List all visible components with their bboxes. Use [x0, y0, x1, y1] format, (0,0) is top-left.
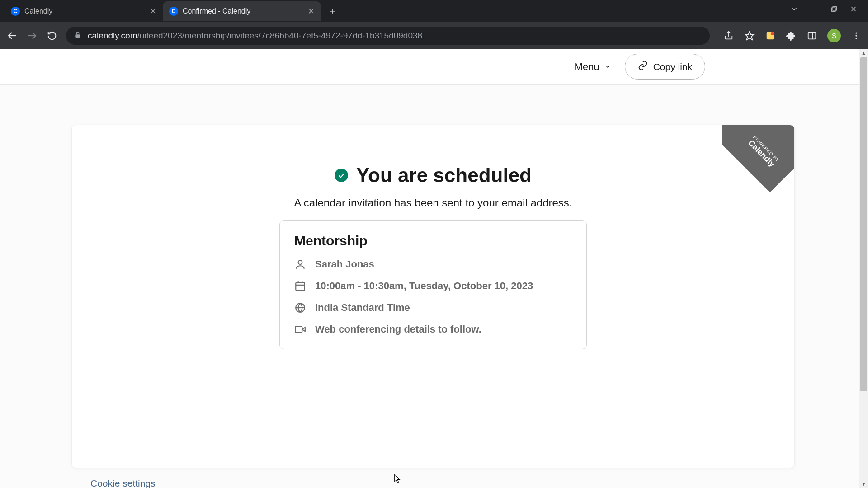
person-icon: [294, 258, 306, 270]
url-path: /uifeed2023/mentorship/invitees/7c86bb40…: [137, 31, 422, 40]
svg-rect-1: [833, 7, 836, 10]
copy-link-label: Copy link: [653, 61, 692, 72]
event-details: Mentorship Sarah Jonas 10:00am - 10:30am…: [279, 220, 587, 349]
window-controls: [779, 0, 868, 18]
copy-link-button[interactable]: Copy link: [625, 54, 705, 80]
check-circle-icon: [335, 169, 348, 182]
toolbar-actions: S: [718, 29, 862, 42]
page-viewport: Menu Copy link POWERED BY Calendly: [0, 49, 868, 488]
tab-strip: C Calendly ✕ C Confirmed - Calendly ✕ +: [0, 0, 340, 22]
calendly-favicon-icon: C: [11, 7, 20, 16]
scroll-up-icon[interactable]: ▲: [859, 49, 868, 57]
close-window-icon[interactable]: [850, 5, 857, 13]
datetime-text: 10:00am - 10:30am, Tuesday, October 10, …: [315, 280, 533, 292]
timezone-text: India Standard Time: [315, 302, 410, 314]
close-tab-icon[interactable]: ✕: [150, 6, 156, 16]
headline-row: You are scheduled: [72, 164, 794, 187]
link-icon: [638, 61, 648, 73]
subline-text: A calendar invitation has been sent to y…: [72, 197, 794, 209]
address-bar[interactable]: calendly.com/uifeed2023/mentorship/invit…: [66, 27, 710, 45]
host-name: Sarah Jonas: [315, 258, 374, 270]
new-tab-button[interactable]: +: [325, 4, 340, 19]
menu-button[interactable]: Menu: [575, 61, 611, 73]
kebab-menu-icon[interactable]: [851, 30, 862, 41]
reload-button[interactable]: [46, 30, 58, 42]
badge-big-text: Calendly: [734, 127, 788, 181]
avatar-letter: S: [832, 32, 836, 39]
lock-icon: [74, 31, 81, 41]
cookie-settings-link[interactable]: Cookie settings: [90, 478, 156, 488]
extensions-icon[interactable]: [786, 30, 797, 41]
browser-toolbar: calendly.com/uifeed2023/mentorship/invit…: [0, 22, 868, 49]
bookmark-star-icon[interactable]: [744, 30, 755, 41]
svg-rect-2: [832, 8, 835, 11]
event-title: Mentorship: [294, 233, 572, 249]
chevron-down-icon: [604, 61, 611, 73]
datetime-row: 10:00am - 10:30am, Tuesday, October 10, …: [294, 280, 572, 292]
calendly-favicon-icon: C: [169, 7, 178, 16]
tab-title: Confirmed - Calendly: [183, 7, 303, 15]
scrollbar-thumb[interactable]: [860, 57, 867, 391]
browser-titlebar: C Calendly ✕ C Confirmed - Calendly ✕ +: [0, 0, 868, 22]
svg-rect-18: [296, 282, 305, 290]
share-icon[interactable]: [723, 30, 734, 41]
back-button[interactable]: [6, 30, 18, 42]
mouse-cursor-icon: [394, 474, 401, 483]
svg-rect-7: [75, 34, 80, 38]
sidepanel-icon[interactable]: [807, 30, 817, 41]
close-tab-icon[interactable]: ✕: [308, 6, 315, 16]
svg-marker-9: [745, 31, 754, 39]
minimize-icon[interactable]: [811, 5, 818, 13]
svg-point-11: [771, 32, 774, 35]
svg-point-17: [298, 260, 302, 264]
tab-calendly[interactable]: C Calendly ✕: [5, 1, 163, 21]
url-host: calendly.com: [88, 31, 137, 40]
url-text: calendly.com/uifeed2023/mentorship/invit…: [88, 31, 422, 41]
page-header: Menu Copy link: [0, 49, 868, 85]
powered-by-badge[interactable]: POWERED BY Calendly: [722, 125, 794, 197]
location-row: Web conferencing details to follow.: [294, 324, 572, 335]
globe-icon: [294, 302, 306, 314]
profile-avatar[interactable]: S: [827, 29, 841, 42]
extension-badge-icon[interactable]: [765, 30, 776, 41]
svg-rect-12: [808, 32, 816, 39]
tab-confirmed[interactable]: C Confirmed - Calendly ✕: [163, 1, 321, 21]
svg-rect-23: [295, 327, 302, 333]
host-row: Sarah Jonas: [294, 258, 572, 270]
location-text: Web conferencing details to follow.: [315, 324, 481, 335]
page-body: POWERED BY Calendly You are scheduled A …: [0, 85, 868, 488]
headline-text: You are scheduled: [356, 164, 532, 187]
tab-search-icon[interactable]: [790, 5, 798, 13]
scrollbar[interactable]: ▲ ▼: [859, 49, 868, 488]
forward-button[interactable]: [26, 30, 38, 42]
timezone-row: India Standard Time: [294, 302, 572, 314]
scroll-down-icon[interactable]: ▼: [859, 479, 868, 488]
video-icon: [294, 324, 306, 335]
badge-small-text: POWERED BY: [741, 125, 792, 174]
svg-point-16: [855, 38, 857, 39]
svg-point-15: [855, 35, 857, 36]
confirmation-card: POWERED BY Calendly You are scheduled A …: [71, 125, 795, 468]
svg-point-14: [855, 32, 857, 33]
menu-label: Menu: [575, 61, 599, 73]
calendar-icon: [294, 280, 306, 292]
maximize-icon[interactable]: [831, 6, 837, 12]
tab-title: Calendly: [24, 7, 145, 15]
